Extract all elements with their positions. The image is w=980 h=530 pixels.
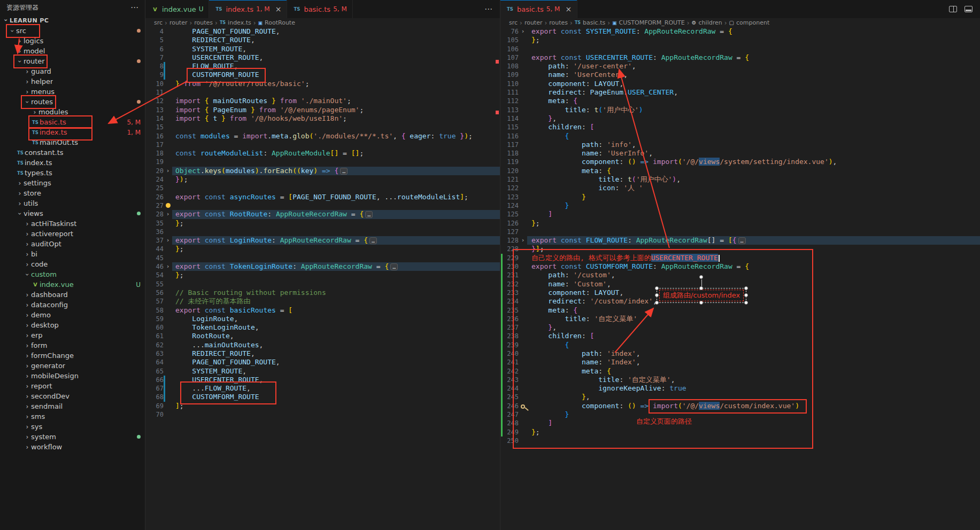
tree-folder-generator[interactable]: ›generator	[0, 361, 145, 371]
tree-folder-helper[interactable]: ›helper	[0, 76, 145, 87]
code-line[interactable]: 106	[500, 45, 980, 53]
code-line[interactable]: 61 RootRoute,	[145, 332, 500, 340]
tab-index.vue[interactable]: Vindex.vueU	[145, 0, 209, 18]
tree-folder-sms[interactable]: ›sms	[0, 411, 145, 422]
code-line[interactable]: 232 name: 'Custom',	[500, 280, 980, 289]
code-line[interactable]: 6 SYSTEM_ROUTE,	[145, 45, 500, 53]
code-line[interactable]: 230export const CUSTOMFORM_ROUTE: AppRou…	[500, 262, 980, 271]
code-line[interactable]: 240 path: 'index',	[500, 349, 980, 358]
tree-folder-dashboard[interactable]: ›dashboard	[0, 290, 145, 300]
code-line[interactable]: 46›export const TokenLoginRoute: AppRout…	[145, 262, 500, 271]
code-line[interactable]: 112 meta: {	[500, 97, 980, 105]
tree-folder-mobileDesign[interactable]: ›mobileDesign	[0, 371, 145, 381]
tree-file-index.ts[interactable]: TSindex.ts1, M	[0, 127, 145, 137]
tree-folder-code[interactable]: ›code	[0, 259, 145, 269]
code-line[interactable]: 12import { mainOutRoutes } from './mainO…	[145, 97, 500, 105]
middle-editor[interactable]: 4 PAGE_NOT_FOUND_ROUTE,5 REDIRECT_ROUTE,…	[145, 27, 500, 530]
code-line[interactable]: 58export const basicRoutes = [	[145, 306, 500, 315]
code-line[interactable]: 121 title: t('用户中心'),	[500, 175, 980, 184]
code-line[interactable]: 28›export const RootRoute: AppRouteRecor…	[145, 210, 500, 219]
code-line[interactable]: 125 ]	[500, 210, 980, 219]
fold-chevron-icon[interactable]: ›	[164, 210, 172, 219]
breadcrumb-item[interactable]: src	[154, 19, 163, 26]
breadcrumb-item[interactable]: router	[524, 19, 543, 26]
code-line[interactable]: 123 }	[500, 193, 980, 201]
breadcrumb-item[interactable]: CUSTOMFORM_ROUTE	[619, 19, 685, 26]
tree-folder-custom[interactable]: ›custom	[0, 269, 145, 279]
code-line[interactable]: 242 meta: {	[500, 367, 980, 376]
tree-folder-src[interactable]: ›src	[0, 26, 145, 36]
code-line[interactable]: 110 component: LAYOUT,	[500, 80, 980, 88]
code-line[interactable]: 245 },	[500, 393, 980, 401]
code-line[interactable]: 65 SYSTEM_ROUTE,	[145, 367, 500, 376]
fold-chevron-icon[interactable]: ›	[164, 236, 172, 245]
code-line[interactable]: 119 component: () => import('/@/views/sy…	[500, 158, 980, 166]
breadcrumb-item[interactable]: basic.ts	[583, 19, 605, 26]
layout-icon[interactable]	[964, 6, 973, 12]
tree-file-constant.ts[interactable]: TSconstant.ts	[0, 147, 145, 158]
code-line[interactable]: 126};	[500, 219, 980, 228]
code-line[interactable]: 27	[145, 201, 500, 210]
breadcrumb-item[interactable]: routes	[549, 19, 568, 26]
code-line[interactable]: 62 ...mainOutRoutes,	[145, 341, 500, 349]
tree-folder-menus[interactable]: ›menus	[0, 87, 145, 97]
tree-folder-auditOpt[interactable]: ›auditOpt	[0, 239, 145, 249]
code-line[interactable]: 239 {	[500, 341, 980, 349]
code-line[interactable]: 25	[145, 184, 500, 192]
tree-folder-routes[interactable]: ›routes	[0, 97, 145, 107]
code-line[interactable]: 237 },	[500, 323, 980, 332]
code-line[interactable]: 20›Object.keys(modules).forEach((key) =>…	[145, 167, 500, 175]
code-line[interactable]: 56// Basic routing without permissions	[145, 289, 500, 297]
code-line[interactable]: 241 name: 'Index',	[500, 358, 980, 367]
code-line[interactable]: 8 FLOW_ROUTE,	[145, 62, 500, 71]
tree-folder-formChange[interactable]: ›formChange	[0, 350, 145, 361]
breadcrumb-item[interactable]: children	[699, 19, 722, 26]
tree-file-basic.ts[interactable]: TSbasic.ts5, M	[0, 117, 145, 127]
code-line[interactable]: 70	[145, 410, 500, 419]
tree-folder-actHiTaskinst[interactable]: ›actHiTaskinst	[0, 219, 145, 229]
code-line[interactable]: 18const routeModuleList: AppRouteModule[…	[145, 149, 500, 158]
fold-chevron-icon[interactable]: ›	[164, 262, 172, 271]
tree-folder-erp[interactable]: ›erp	[0, 330, 145, 340]
resize-handle[interactable]	[655, 293, 659, 297]
workspace-section-header[interactable]: › LEARUN PC	[0, 15, 145, 26]
tree-folder-sys[interactable]: ›sys	[0, 422, 145, 432]
code-line[interactable]: 15	[145, 123, 500, 131]
tree-folder-sendmail[interactable]: ›sendmail	[0, 401, 145, 411]
tree-folder-guard[interactable]: ›guard	[0, 66, 145, 76]
tab-index.ts[interactable]: TSindex.ts1, M×	[209, 0, 287, 18]
code-line[interactable]: 107export const USERCENTER_ROUTE: AppRou…	[500, 53, 980, 62]
tree-file-index.ts[interactable]: TSindex.ts	[0, 158, 145, 168]
code-line[interactable]: 105};	[500, 36, 980, 44]
tree-file-mainOut.ts[interactable]: TSmainOut.ts	[0, 137, 145, 147]
code-line[interactable]: 248 ]	[500, 419, 980, 427]
code-line[interactable]: 120 meta: {	[500, 167, 980, 175]
code-line[interactable]: 122 icon: '人 '	[500, 184, 980, 192]
code-line[interactable]: 127	[500, 228, 980, 236]
code-line[interactable]: 243 title: '自定义菜单',	[500, 376, 980, 384]
tree-folder-desktop[interactable]: ›desktop	[0, 320, 145, 330]
breadcrumb-item[interactable]: RootRoute	[265, 19, 295, 26]
code-line[interactable]: 37›export const LoginRoute: AppRouteReco…	[145, 236, 500, 245]
code-line[interactable]: 14import { t } from '/@/hooks/web/useI18…	[145, 114, 500, 123]
close-icon[interactable]: ×	[275, 5, 282, 13]
tree-folder-demo[interactable]: ›demo	[0, 310, 145, 320]
code-line[interactable]: 10} from '/@/router/routes/basic';	[145, 80, 500, 88]
code-line[interactable]: 111 redirect: PageEnum.USER_CENTER,	[500, 88, 980, 97]
fold-chevron-icon[interactable]: ›	[164, 167, 172, 175]
editor-more-actions-icon[interactable]: ⋯	[484, 4, 500, 14]
code-line[interactable]: 235 meta: {	[500, 306, 980, 315]
code-line[interactable]: 17	[145, 141, 500, 149]
code-line[interactable]: 108 path: '/user-center',	[500, 62, 980, 71]
tree-folder-modules[interactable]: ›modules	[0, 107, 145, 117]
right-editor[interactable]: 76›export const SYSTEM_ROUTE: AppRouteRe…	[500, 27, 980, 530]
code-line[interactable]: 26export const asyncRoutes = [PAGE_NOT_F…	[145, 193, 500, 201]
code-line[interactable]: 63 REDIRECT_ROUTE,	[145, 349, 500, 358]
code-line[interactable]: 118 name: 'UserInfo',	[500, 149, 980, 158]
code-line[interactable]: 231 path: '/custom',	[500, 271, 980, 279]
tree-file-index.vue[interactable]: Vindex.vueU	[0, 279, 145, 290]
annotation-text-box[interactable]: 组成路由/custom/index	[657, 288, 746, 303]
code-line[interactable]: 228}];	[500, 245, 980, 253]
tree-folder-store[interactable]: ›store	[0, 188, 145, 198]
tree-folder-system[interactable]: ›system	[0, 432, 145, 442]
